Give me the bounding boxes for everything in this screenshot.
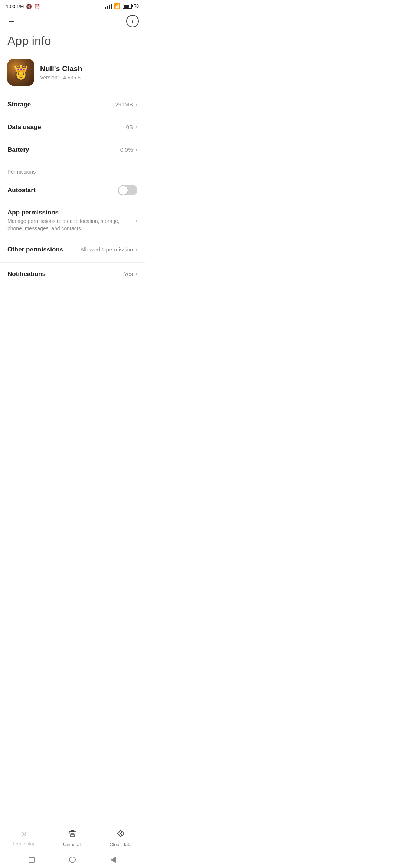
page-title: App info — [0, 30, 145, 55]
notifications-row[interactable]: Notifications Yes › — [0, 262, 145, 285]
app-name: Null's Clash — [40, 65, 82, 73]
app-name-block: Null's Clash Version: 14.635.5 — [40, 65, 82, 80]
storage-right: 291MB › — [115, 101, 137, 108]
notifications-right: Yes › — [124, 270, 137, 278]
data-usage-row[interactable]: Data usage 0B › — [7, 116, 137, 138]
data-usage-chevron: › — [135, 123, 137, 131]
storage-chevron: › — [135, 101, 137, 108]
top-nav: ← i — [0, 12, 145, 30]
wifi-icon: 📶 — [114, 3, 121, 10]
data-usage-label: Data usage — [7, 124, 41, 131]
permissions-section-label: Permissions — [0, 161, 145, 178]
data-usage-value: 0B — [126, 124, 133, 130]
alarm-icon: ⏰ — [34, 4, 40, 9]
storage-label: Storage — [7, 101, 31, 108]
signal-icon — [105, 4, 112, 9]
app-permissions-chevron: › — [135, 217, 137, 224]
battery-chevron: › — [135, 146, 137, 154]
back-button[interactable]: ← — [6, 15, 17, 27]
autostart-toggle[interactable] — [118, 185, 137, 195]
storage-value: 291MB — [115, 101, 133, 108]
app-permissions-row[interactable]: App permissions Manage permissions relat… — [0, 203, 145, 238]
app-permissions-text: App permissions Manage permissions relat… — [7, 209, 131, 232]
settings-section: Storage 291MB › Data usage 0B › Battery … — [0, 93, 145, 161]
battery-icon — [123, 4, 132, 9]
toggle-knob — [119, 186, 128, 195]
storage-row[interactable]: Storage 291MB › — [7, 93, 137, 116]
info-button[interactable]: i — [126, 15, 139, 27]
app-info-row: Null's Clash Version: 14.635.5 — [0, 55, 145, 93]
other-permissions-chevron: › — [135, 246, 137, 253]
battery-row[interactable]: Battery 0.0% › — [7, 138, 137, 161]
other-permissions-section: Other permissions Allowed 1 permission › — [0, 238, 145, 261]
autostart-row[interactable]: Autostart — [7, 178, 137, 203]
app-permissions-title: App permissions — [7, 209, 131, 216]
other-permissions-label: Other permissions — [7, 246, 63, 253]
battery-value: 0.0% — [120, 147, 133, 153]
permissions-section: Autostart — [0, 178, 145, 203]
data-usage-right: 0B › — [126, 123, 137, 131]
status-right: 📶 70 — [105, 3, 139, 10]
autostart-label: Autostart — [7, 187, 36, 194]
other-permissions-right: Allowed 1 permission › — [80, 246, 137, 253]
mute-icon: 🔇 — [26, 4, 32, 9]
notifications-label: Notifications — [7, 270, 46, 278]
other-permissions-row[interactable]: Other permissions Allowed 1 permission › — [7, 238, 137, 261]
notifications-chevron: › — [135, 270, 137, 278]
battery-right: 0.0% › — [120, 146, 137, 154]
battery-label: Battery — [7, 146, 29, 154]
battery-level: 70 — [134, 4, 139, 9]
app-icon-inner — [7, 59, 34, 86]
status-left: 1:00 PM 🔇 ⏰ — [6, 4, 40, 9]
app-icon — [7, 59, 34, 86]
app-version: Version: 14.635.5 — [40, 75, 82, 80]
app-permissions-desc: Manage permissions related to location, … — [7, 218, 131, 232]
other-permissions-value: Allowed 1 permission — [80, 246, 133, 253]
status-bar: 1:00 PM 🔇 ⏰ 📶 70 — [0, 0, 145, 12]
notifications-value: Yes — [124, 271, 133, 277]
time-display: 1:00 PM — [6, 4, 24, 9]
